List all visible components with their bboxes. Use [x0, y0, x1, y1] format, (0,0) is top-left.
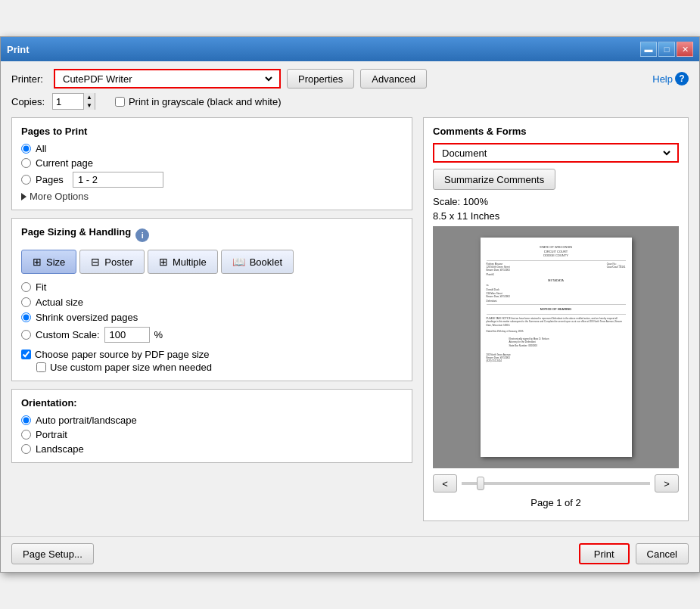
page-sizing-section: Page Sizing & Handling i ⊞ Size ⊟ Poster: [11, 218, 412, 381]
choose-paper-option[interactable]: Choose paper source by PDF page size: [21, 349, 403, 360]
shrink-label: Shrink oversized pages: [36, 312, 138, 323]
advanced-button[interactable]: Advanced: [360, 69, 427, 89]
orientation-title: Orientation:: [21, 397, 403, 409]
sizing-buttons: ⊞ Size ⊟ Poster ⊞ Multiple 📖: [21, 250, 403, 274]
size-button[interactable]: ⊞ Size: [21, 250, 76, 274]
comments-forms-section: Comments & Forms Document Summarize Comm…: [423, 117, 689, 521]
sizing-title: Page Sizing & Handling: [21, 226, 131, 238]
current-page-radio[interactable]: [21, 158, 31, 168]
copies-spinner: ▲ ▼: [83, 93, 95, 110]
all-pages-option[interactable]: All: [21, 143, 403, 154]
printer-dropdown-wrapper[interactable]: CutePDF Writer: [54, 69, 281, 89]
choose-paper-label: Choose paper source by PDF page size: [35, 349, 210, 360]
pages-range-input[interactable]: [73, 172, 163, 188]
minimize-button[interactable]: ▬: [640, 42, 657, 57]
preview-metadata: METADATA: [487, 278, 626, 283]
pages-range-option[interactable]: Pages: [21, 172, 403, 188]
portrait-option[interactable]: Portrait: [21, 429, 403, 440]
cancel-button[interactable]: Cancel: [636, 543, 689, 564]
comments-forms-dropdown-wrapper[interactable]: Document: [433, 143, 679, 163]
grayscale-label[interactable]: Print in grayscale (black and white): [115, 96, 282, 107]
copies-input[interactable]: [53, 94, 83, 109]
all-pages-label: All: [36, 143, 46, 154]
actual-size-option[interactable]: Actual size: [21, 297, 403, 308]
size-icon: ⊞: [33, 256, 42, 268]
summarize-comments-button[interactable]: Summarize Comments: [433, 169, 555, 190]
properties-button[interactable]: Properties: [287, 69, 354, 89]
custom-scale-radio[interactable]: [21, 330, 31, 340]
shrink-option[interactable]: Shrink oversized pages: [21, 312, 403, 323]
preview-case-info: Case No.: ___ Case/Case: 56161: [607, 263, 626, 272]
booklet-icon: 📖: [232, 256, 245, 268]
bottom-right-buttons: Print Cancel: [579, 543, 689, 564]
preview-signature: Electronically signed by Marc D. Nelson …: [509, 337, 626, 347]
choose-paper-checkbox[interactable]: [21, 350, 31, 359]
auto-orientation-radio[interactable]: [21, 415, 31, 425]
preview-defendant: Donald Duck 234 Main Street Beaver Dam, …: [487, 288, 626, 298]
actual-size-radio[interactable]: [21, 297, 31, 307]
poster-label: Poster: [104, 256, 133, 268]
landscape-label: Landscape: [36, 443, 84, 455]
size-label: Size: [46, 256, 65, 268]
shrink-radio[interactable]: [21, 312, 31, 322]
custom-scale-input[interactable]: [104, 327, 150, 343]
copies-down-button[interactable]: ▼: [83, 101, 95, 110]
bottom-bar: Page Setup... Print Cancel: [1, 536, 699, 572]
print-button[interactable]: Print: [579, 543, 630, 564]
next-page-button[interactable]: >: [655, 474, 679, 492]
page-counter: Page 1 of 2: [433, 497, 679, 508]
preview-page: STATE OF WISCONSIN CIRCUIT COURT DODGE C…: [481, 238, 632, 457]
page-slider[interactable]: [462, 482, 650, 485]
preview-divider1: [487, 260, 626, 261]
portrait-radio[interactable]: [21, 430, 31, 440]
preview-divider2: [487, 304, 626, 305]
custom-scale-option[interactable]: Custom Scale:: [21, 329, 100, 340]
booklet-button[interactable]: 📖 Booklet: [221, 250, 294, 274]
close-button[interactable]: ✕: [677, 42, 693, 57]
dialog-body: Printer: CutePDF Writer Properties Advan…: [1, 61, 699, 536]
sizing-header: Page Sizing & Handling i: [21, 226, 403, 244]
booklet-label: Booklet: [250, 256, 282, 268]
comments-forms-select[interactable]: Document: [439, 147, 673, 160]
info-icon: i: [135, 228, 149, 242]
auto-orientation-option[interactable]: Auto portrait/landscape: [21, 415, 403, 426]
preview-divider3: [487, 314, 626, 315]
more-options-icon: [21, 193, 26, 200]
current-page-option[interactable]: Current page: [21, 157, 403, 169]
preview-vs: vs: [487, 284, 626, 287]
pages-range-radio[interactable]: [21, 175, 31, 185]
sizing-options: Fit Actual size Shrink oversized pages: [21, 281, 403, 343]
pages-radio-group: All Current page Pages: [21, 143, 403, 188]
main-content: Pages to Print All Current page Pages: [11, 117, 689, 529]
multiple-button[interactable]: ⊞ Multiple: [148, 250, 218, 274]
fit-radio[interactable]: [21, 282, 31, 292]
use-custom-option[interactable]: Use custom paper size when needed: [36, 362, 403, 373]
fit-option[interactable]: Fit: [21, 281, 403, 293]
actual-size-label: Actual size: [36, 297, 83, 308]
landscape-option[interactable]: Landscape: [21, 443, 403, 455]
poster-button[interactable]: ⊟ Poster: [79, 250, 145, 274]
preview-dated: Dated this 25th day of January, 2005.: [487, 330, 626, 333]
use-custom-checkbox[interactable]: [36, 362, 46, 372]
help-link[interactable]: Help ?: [652, 72, 689, 85]
maximize-button[interactable]: □: [658, 42, 675, 57]
printer-row: Printer: CutePDF Writer Properties Advan…: [11, 69, 689, 89]
preview-defendant-label: Defendant.: [487, 300, 626, 303]
preview-body-text: PLEASE TAKE NOTICE that we have been ret…: [487, 317, 626, 328]
fit-label: Fit: [36, 281, 46, 293]
page-setup-button[interactable]: Page Setup...: [11, 543, 94, 564]
multiple-icon: ⊞: [159, 256, 168, 268]
grayscale-checkbox[interactable]: [115, 97, 125, 107]
all-pages-radio[interactable]: [21, 144, 31, 154]
title-bar: Print ▬ □ ✕: [1, 37, 699, 61]
printer-select[interactable]: CutePDF Writer: [60, 73, 275, 85]
more-options-toggle[interactable]: More Options: [21, 191, 403, 202]
help-label: Help: [652, 73, 673, 85]
title-bar-controls: ▬ □ ✕: [640, 42, 693, 57]
pages-to-print-section: Pages to Print All Current page Pages: [11, 117, 412, 210]
prev-page-button[interactable]: <: [433, 474, 457, 492]
copies-up-button[interactable]: ▲: [83, 93, 95, 101]
page-slider-thumb: [477, 477, 484, 490]
landscape-radio[interactable]: [21, 444, 31, 454]
preview-notice-title: NOTICE OF HEARING: [487, 307, 626, 312]
